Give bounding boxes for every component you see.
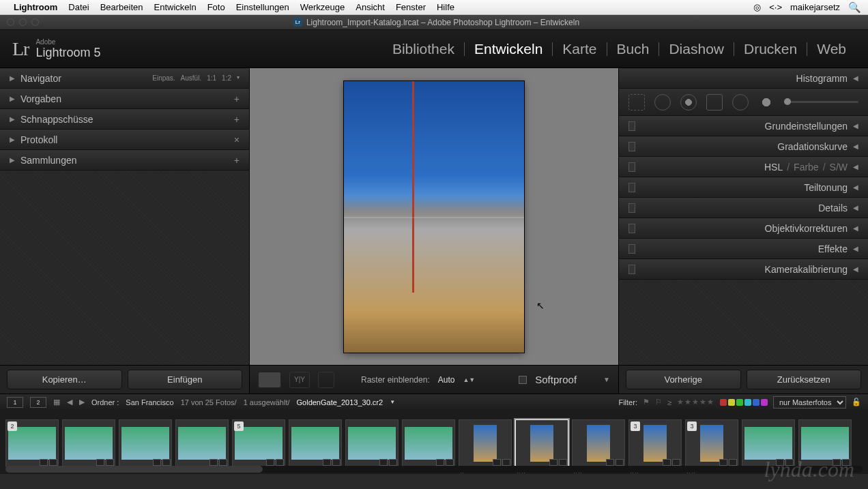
panel-tonecurve[interactable]: Gradationskurve◀	[619, 136, 868, 157]
flag-reject-icon[interactable]: ⚐	[655, 398, 662, 406]
menu-help[interactable]: Hilfe	[437, 2, 454, 12]
panel-switch-icon[interactable]	[628, 142, 635, 151]
panel-lenscorr[interactable]: Objektivkorrekturen◀	[619, 218, 868, 239]
color-label-filter[interactable]	[720, 399, 768, 406]
add-icon[interactable]: +	[234, 155, 240, 166]
redeye-tool-icon[interactable]	[680, 94, 697, 110]
rating-compare-icon[interactable]: ≥	[667, 398, 671, 406]
menu-photo[interactable]: Foto	[207, 2, 225, 12]
panel-switch-icon[interactable]	[628, 224, 635, 233]
panel-history[interactable]: ▶Protokoll×	[0, 130, 249, 150]
previous-button[interactable]: Vorherige	[626, 370, 741, 389]
prev-photo-icon[interactable]: ◀	[67, 398, 72, 406]
panel-switch-icon[interactable]	[628, 121, 635, 131]
module-map[interactable]: Karte	[553, 41, 606, 57]
next-photo-icon[interactable]: ▶	[79, 398, 85, 406]
panel-switch-icon[interactable]	[628, 162, 635, 172]
filmstrip-thumb[interactable]: ★	[459, 419, 512, 467]
panel-histogram[interactable]: Histogramm◀	[619, 68, 868, 89]
zoom-button[interactable]	[31, 18, 39, 26]
clear-icon[interactable]: ×	[234, 134, 240, 145]
gradient-tool-icon[interactable]	[706, 94, 723, 110]
module-book[interactable]: Buch	[607, 41, 659, 57]
filmstrip-scrollbar[interactable]	[5, 466, 863, 473]
add-icon[interactable]: +	[234, 93, 240, 104]
module-develop[interactable]: Entwickeln	[465, 41, 552, 57]
add-icon[interactable]: +	[234, 114, 240, 125]
module-web[interactable]: Web	[807, 41, 856, 57]
menu-develop[interactable]: Entwickeln	[154, 2, 197, 12]
menu-file[interactable]: Datei	[68, 2, 89, 12]
dropdown-icon[interactable]: ▲▼	[463, 376, 475, 383]
filmstrip-thumb[interactable]	[798, 419, 852, 467]
panel-hsl[interactable]: HSL/Farbe/S/W◀	[619, 157, 868, 177]
filename-drop-icon[interactable]: ▼	[390, 399, 395, 405]
filmstrip-thumb[interactable]: ★★	[515, 419, 568, 467]
panel-detail[interactable]: Details◀	[619, 198, 868, 218]
second-window-button[interactable]: 2	[30, 397, 46, 408]
grid-icon[interactable]: ▦	[53, 398, 60, 406]
filmstrip-thumb[interactable]	[345, 419, 399, 467]
module-library[interactable]: Bibliothek	[383, 41, 464, 57]
folder-name[interactable]: San Francisco	[126, 398, 173, 406]
crop-tool-icon[interactable]	[628, 94, 645, 110]
panel-switch-icon[interactable]	[628, 244, 635, 254]
paste-button[interactable]: Einfügen	[128, 370, 243, 389]
flag-pick-icon[interactable]: ⚑	[643, 398, 650, 406]
panel-splittone[interactable]: Teiltonung◀	[619, 177, 868, 198]
filmstrip-thumb[interactable]	[742, 419, 795, 467]
panel-snapshots[interactable]: ▶Schnappschüsse+	[0, 109, 249, 130]
menu-app[interactable]: Lightroom	[14, 2, 57, 12]
tool-slider[interactable]	[784, 101, 858, 103]
filmstrip[interactable]: 25★★★★★3★★3★★	[0, 410, 868, 474]
loupe-view[interactable]: ↖ Y|Y Raster einblenden: Auto ▲▼ Softpro…	[250, 68, 618, 394]
menu-settings[interactable]: Einstellungen	[236, 2, 289, 12]
panel-switch-icon[interactable]	[628, 183, 635, 192]
filmstrip-thumb[interactable]	[289, 419, 342, 467]
panel-switch-icon[interactable]	[628, 265, 635, 274]
minimize-button[interactable]	[19, 18, 27, 26]
panel-effects[interactable]: Effekte◀	[619, 239, 868, 259]
zoom-fit[interactable]: Einpas.	[152, 74, 175, 82]
softproof-checkbox[interactable]	[519, 376, 527, 384]
filmstrip-thumb[interactable]	[402, 419, 455, 467]
filmstrip-thumb[interactable]: 3★★	[685, 419, 738, 467]
current-filename[interactable]: GoldenGate_2013_30.cr2	[297, 398, 384, 406]
menu-view[interactable]: Ansicht	[356, 2, 385, 12]
panel-calibration[interactable]: Kamerakalibrierung◀	[619, 259, 868, 280]
filmstrip-thumb[interactable]: ★★	[572, 419, 625, 467]
toolbar-expand-icon[interactable]: ▼	[603, 376, 610, 383]
before-after-yy-button[interactable]: Y|Y	[289, 372, 310, 388]
menubar-extra-icon[interactable]: <·>	[769, 2, 782, 12]
loupe-view-button[interactable]	[258, 372, 281, 388]
zoom-1to1[interactable]: 1:1	[207, 74, 216, 82]
rating-filter[interactable]: ★★★★★	[677, 398, 714, 406]
filmstrip-thumb[interactable]: 2	[5, 419, 59, 467]
panel-collections[interactable]: ▶Sammlungen+	[0, 150, 249, 171]
copy-button[interactable]: Kopieren…	[7, 370, 122, 389]
filmstrip-thumb[interactable]	[119, 419, 172, 467]
module-slideshow[interactable]: Diashow	[659, 41, 734, 57]
module-print[interactable]: Drucken	[734, 41, 807, 57]
zoom-ratio[interactable]: 1:2	[222, 74, 231, 82]
grid-overlay-value[interactable]: Auto	[438, 375, 455, 385]
menubar-extra-icon[interactable]: ◎	[753, 2, 761, 12]
menu-tools[interactable]: Werkzeuge	[300, 2, 345, 12]
before-after-split-button[interactable]	[318, 372, 334, 388]
panel-presets[interactable]: ▶Vorgaben+	[0, 89, 249, 109]
brush-tool-icon[interactable]	[758, 94, 775, 110]
panel-basic[interactable]: Grundeinstellungen◀	[619, 116, 868, 136]
panel-navigator[interactable]: ▶ Navigator Einpas. Ausfül. 1:1 1:2 ▾	[0, 68, 249, 89]
filmstrip-thumb[interactable]	[175, 419, 229, 467]
spot-tool-icon[interactable]	[654, 94, 671, 110]
filmstrip-thumb[interactable]: 5	[232, 419, 285, 467]
menu-window[interactable]: Fenster	[396, 2, 426, 12]
radial-tool-icon[interactable]	[732, 94, 749, 110]
spotlight-icon[interactable]: 🔍	[848, 1, 861, 14]
menubar-user[interactable]: maikejarsetz	[790, 2, 840, 12]
filmstrip-thumb[interactable]: 3★★	[628, 419, 682, 467]
filter-lock-icon[interactable]: 🔓	[852, 398, 861, 406]
zoom-fill[interactable]: Ausfül.	[181, 74, 202, 82]
zoom-drop-icon[interactable]: ▾	[237, 74, 240, 82]
reset-button[interactable]: Zurücksetzen	[747, 370, 862, 389]
